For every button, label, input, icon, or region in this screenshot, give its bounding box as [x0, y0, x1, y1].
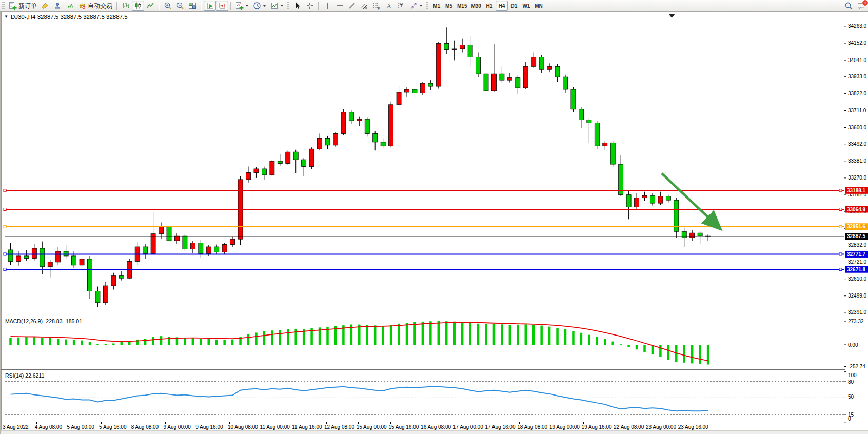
- new-order-button[interactable]: 新订单: [7, 1, 39, 11]
- horizontal-line-33188.1[interactable]: 33188.1: [4, 187, 868, 194]
- line-chart-button[interactable]: [144, 1, 156, 11]
- channel-icon: E: [360, 2, 368, 10]
- time-tick: 3 Aug 2022: [3, 424, 29, 430]
- vertical-line-button[interactable]: [321, 1, 333, 11]
- price-tick: 32499.0: [848, 293, 867, 299]
- toolbar-grip[interactable]: [2, 2, 5, 10]
- crosshair-button[interactable]: [304, 1, 316, 11]
- price-tick: 32832.0: [848, 242, 867, 248]
- crosshair-icon: [306, 2, 314, 10]
- time-tick: 8 Aug 08:00: [131, 424, 159, 430]
- signal-icon: [66, 2, 74, 10]
- text-label-icon: T: [397, 2, 405, 10]
- tile-windows-button[interactable]: [186, 1, 199, 11]
- profile-button[interactable]: [51, 1, 64, 11]
- horizontal-line-32771.7[interactable]: 32771.7: [4, 251, 868, 258]
- zoom-in-button[interactable]: [162, 1, 174, 11]
- timeframe-w1[interactable]: W1: [520, 1, 532, 11]
- price-tick: 32610.0: [848, 276, 867, 282]
- styles-button[interactable]: [39, 1, 51, 11]
- fibonacci-button[interactable]: F: [370, 1, 383, 11]
- autotrade-button-label: 自动交易: [88, 2, 112, 10]
- indicators-icon: [235, 2, 244, 10]
- time-tick: 17 Aug 00:00: [453, 424, 483, 430]
- rsi-tick: 0: [848, 416, 851, 422]
- timeframe-h4[interactable]: H4: [496, 1, 508, 11]
- timeframe-h1[interactable]: H1: [483, 1, 496, 11]
- trend-arrow[interactable]: [662, 173, 719, 228]
- price-tick: 33711.0: [848, 108, 866, 113]
- timeframe-m5[interactable]: M5: [443, 1, 455, 11]
- horizontal-line-button[interactable]: [333, 1, 346, 11]
- zoom-out-button[interactable]: [174, 1, 186, 11]
- signal-button[interactable]: [64, 1, 76, 11]
- templates-button[interactable]: [268, 1, 286, 11]
- price-tick: 34152.0: [848, 40, 867, 46]
- time-tick: 16 Aug 08:00: [421, 424, 451, 430]
- text-icon: A: [385, 2, 393, 10]
- price-tick: 34263.0: [848, 23, 867, 29]
- chat-button[interactable]: 1: [855, 1, 867, 11]
- timeframe-m15-label: M15: [457, 3, 467, 9]
- toolbar-separator: [318, 2, 319, 10]
- timeframe-m1[interactable]: M1: [430, 1, 443, 11]
- timeframe-mn[interactable]: MN: [532, 1, 545, 11]
- timeframe-w1-label: W1: [522, 3, 530, 9]
- price-tick: 33933.0: [848, 74, 867, 80]
- toolbar-separator: [116, 2, 117, 10]
- horizontal-line-32951.6[interactable]: 32951.6: [4, 223, 868, 230]
- time-tick: 4 Aug 08:00: [35, 424, 63, 430]
- horizontal-line-33064.9[interactable]: 33064.9: [4, 206, 868, 213]
- macd-label: MACD(12,26,9) -228.83 -185.01: [5, 318, 82, 324]
- price-chart[interactable]: 34263.034152.034041.033933.033822.033711…: [1, 12, 868, 434]
- macd-tick: 0.00: [848, 342, 858, 348]
- horizontal-line-32671.8[interactable]: 32671.8: [4, 266, 868, 273]
- text-label-button[interactable]: T: [395, 1, 407, 11]
- price-line-badge: 32671.8: [847, 267, 866, 272]
- time-tick: 9 Aug 00:00: [164, 424, 191, 430]
- cursor-button[interactable]: [291, 1, 304, 11]
- status-strip: [1, 430, 868, 434]
- trendline-button[interactable]: [346, 1, 358, 11]
- candlestick-button[interactable]: [132, 1, 144, 11]
- toolbar-grip[interactable]: [287, 2, 289, 10]
- autotrade-icon: [78, 2, 86, 10]
- toolbar-separator: [230, 2, 231, 10]
- price-tick: 33270.0: [848, 175, 867, 181]
- toolbar-grip[interactable]: [426, 2, 428, 10]
- channel-button[interactable]: E: [358, 1, 370, 11]
- horizontal-line-32887.5[interactable]: 32887.5: [5, 233, 868, 240]
- quote-dropdown-icon[interactable]: ▼: [4, 15, 8, 19]
- time-tick: 19 Aug 16:00: [582, 424, 612, 430]
- time-tick: 11 Aug 16:00: [292, 424, 322, 430]
- chart-shift-button[interactable]: [216, 1, 228, 11]
- timeframe-m5-label: M5: [445, 3, 452, 9]
- text-button[interactable]: A: [383, 1, 395, 11]
- search-icon: [844, 2, 853, 10]
- periods-button[interactable]: [251, 1, 268, 11]
- price-tick: 33492.0: [848, 141, 867, 147]
- search-button[interactable]: [842, 1, 855, 11]
- indicators-button[interactable]: [233, 1, 251, 11]
- auto-scroll-icon: [206, 2, 214, 10]
- bar-chart-button[interactable]: [120, 1, 132, 11]
- toolbar-separator: [159, 2, 160, 10]
- chart-shift-marker[interactable]: [668, 14, 675, 18]
- candlestick-icon: [134, 2, 142, 10]
- timeframe-m30-label: M30: [471, 3, 481, 9]
- timeframe-m15[interactable]: M15: [455, 1, 469, 11]
- chart-window[interactable]: 34263.034152.034041.033933.033822.033711…: [0, 12, 868, 434]
- notification-badge: 1: [862, 0, 868, 6]
- cursor-icon: [293, 2, 302, 10]
- auto-scroll-button[interactable]: [204, 1, 216, 11]
- rsi-line: [11, 387, 708, 411]
- timeframe-h1-label: H1: [486, 3, 493, 9]
- price-tick: 34041.0: [848, 57, 867, 63]
- time-tick: 11 Aug 00:00: [260, 424, 290, 430]
- tile-windows-icon: [188, 2, 196, 10]
- timeframe-m30[interactable]: M30: [469, 1, 483, 11]
- toolbar: 新订单自动交易EFATM1M5M15M30H1H4D1W1MN1: [0, 0, 868, 12]
- timeframe-d1[interactable]: D1: [508, 1, 520, 11]
- autotrade-button[interactable]: 自动交易: [76, 1, 114, 11]
- arrows-button[interactable]: [407, 1, 425, 11]
